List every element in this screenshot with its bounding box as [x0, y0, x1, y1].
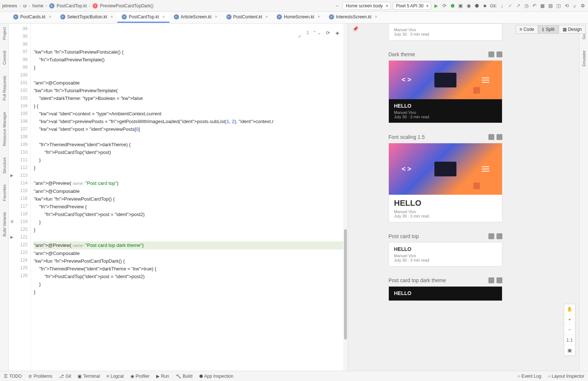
- zoom-ratio[interactable]: 1:1: [564, 335, 575, 345]
- zoom-in-icon[interactable]: +: [564, 314, 575, 325]
- tool-window-tab[interactable]: Pull Requests: [2, 76, 7, 101]
- deploy-preview-icon[interactable]: [488, 51, 494, 57]
- statusbar-tool[interactable]: ☰ TODO: [4, 374, 22, 379]
- interactive-preview-icon[interactable]: [496, 277, 502, 283]
- statusbar-tool[interactable]: ⊘ Problems: [28, 374, 52, 379]
- close-icon[interactable]: ×: [375, 14, 377, 19]
- statusbar-tool[interactable]: ○ Event Log: [517, 374, 541, 379]
- statusbar-tool[interactable]: ⬢ App Inspection: [199, 374, 233, 379]
- back-icon[interactable]: ←: [334, 3, 340, 9]
- bc-package[interactable]: home: [32, 3, 43, 8]
- settings-icon[interactable]: ⚙: [580, 3, 586, 9]
- editor-tab[interactable]: KSelectTopicButton.kt×: [56, 12, 118, 23]
- kotlin-file-icon: K: [226, 14, 232, 19]
- pan-icon[interactable]: ✋: [564, 304, 575, 314]
- editor-tab[interactable]: KHomeScreen.kt×: [272, 12, 325, 23]
- bc-file[interactable]: PostCardTop.kt: [57, 3, 87, 8]
- zoom-fit-icon[interactable]: ▣: [564, 345, 575, 356]
- tool-window-tab[interactable]: Favorites: [2, 184, 7, 201]
- card-author: Manuel Vivo: [394, 110, 497, 115]
- close-icon[interactable]: ×: [215, 14, 218, 19]
- split-view-button[interactable]: ⫿ Split: [538, 25, 558, 34]
- editor-tab[interactable]: KPostCards.kt×: [9, 12, 56, 23]
- gutter-run-icon[interactable]: ▶: [10, 172, 13, 179]
- editor-scrollbar[interactable]: [343, 24, 348, 371]
- preview-card[interactable]: Manuel VivoJuly 30 · 3 min read: [388, 24, 502, 40]
- editor-tab[interactable]: KPostContent.kt×: [222, 12, 273, 23]
- status-bar: ☰ TODO⊘ Problems⎇ Git▣ Terminal≡ Logcat◉…: [0, 371, 588, 381]
- statusbar-tool[interactable]: ≡ Logcat: [107, 374, 124, 379]
- coverage-icon[interactable]: ▣: [458, 3, 463, 9]
- layers-icon[interactable]: ◈: [334, 30, 340, 36]
- preview-card[interactable]: < >HELLOManuel VivoJuly 30 · 3 min read: [388, 60, 502, 123]
- tool-window-tab[interactable]: Project: [2, 27, 7, 40]
- refresh-icon[interactable]: ⟳: [325, 30, 331, 36]
- deploy-preview-icon[interactable]: [488, 134, 494, 140]
- editor-tab[interactable]: KPostCardTop.kt×: [117, 12, 169, 23]
- code-editor[interactable]: 9495969798991001011021031041051061071081…: [9, 24, 348, 371]
- pin-icon[interactable]: 📌: [352, 26, 358, 32]
- statusbar-tool[interactable]: ◉ Profiler: [130, 374, 150, 379]
- apply-changes-icon[interactable]: ⟳: [441, 3, 447, 9]
- close-icon[interactable]: ×: [318, 14, 320, 19]
- inspection-widget[interactable]: ✓ 1 ⌃ ⌄ ⟳ ◈: [288, 25, 340, 40]
- view-mode-switcher: ≡ Code ⫿ Split ▦ Design: [516, 25, 586, 34]
- interactive-preview-icon[interactable]: [496, 51, 502, 57]
- tab-label: ArticleScreen.kt: [181, 14, 212, 19]
- git-push-icon[interactable]: ↗: [515, 3, 521, 9]
- deploy-preview-icon[interactable]: [488, 233, 494, 239]
- interactive-preview-icon[interactable]: [496, 233, 502, 239]
- git-rollback-icon[interactable]: ↶: [531, 3, 537, 9]
- debug-icon[interactable]: ⬢: [449, 3, 455, 9]
- code-content[interactable]: ✓ 1 ⌃ ⌄ ⟳ ◈ "kw">fun "fn">TutorialPrevie…: [31, 24, 348, 371]
- run-icon[interactable]: ▶: [433, 3, 439, 9]
- sync-icon[interactable]: ⟲: [564, 3, 570, 9]
- gutter-run-icon[interactable]: ▶: [10, 233, 13, 241]
- git-update-icon[interactable]: ↓: [499, 3, 505, 9]
- close-icon[interactable]: ×: [110, 14, 113, 19]
- stop-icon[interactable]: ■: [482, 3, 488, 9]
- editor-tab[interactable]: KArticleScreen.kt×: [169, 12, 222, 23]
- run-config-dropdown[interactable]: Home screen body: [343, 2, 391, 10]
- statusbar-tool[interactable]: ▶ Run: [156, 374, 169, 379]
- avd-manager-icon[interactable]: ▦: [539, 3, 545, 9]
- tool-icon: ⎇: [59, 374, 64, 379]
- bc-module[interactable]: ui: [23, 3, 26, 8]
- attach-debugger-icon[interactable]: ⬣: [474, 3, 480, 9]
- statusbar-tool[interactable]: ○ Layout Inspector: [548, 374, 584, 379]
- tab-label: PostContent.kt: [233, 14, 262, 19]
- preview-card[interactable]: < >HELLOManuel VivoJuly 30 · 3 min read: [388, 143, 502, 222]
- tool-window-tab[interactable]: Emulator: [582, 50, 586, 67]
- deploy-preview-icon[interactable]: [488, 277, 494, 283]
- statusbar-tool[interactable]: ▣ Terminal: [78, 374, 100, 379]
- tool-window-tab[interactable]: Commit: [2, 51, 7, 65]
- git-history-icon[interactable]: ◷: [523, 3, 529, 9]
- card-meta: July 30 · 3 min read: [394, 115, 497, 119]
- preview-card[interactable]: HELLOManuel VivoJuly 30 · 3 min read: [388, 242, 502, 266]
- gutter-run-icon[interactable]: ⚙: [10, 218, 14, 226]
- code-brackets-icon: < >: [402, 76, 411, 84]
- close-icon[interactable]: ×: [49, 14, 51, 19]
- tool-window-tab[interactable]: Build Variants: [2, 212, 7, 237]
- close-icon[interactable]: ×: [162, 14, 165, 19]
- design-view-button[interactable]: ▦ Design: [559, 25, 586, 34]
- preview-card[interactable]: HELLO: [388, 286, 502, 301]
- profiler-icon[interactable]: ◉: [466, 3, 472, 9]
- statusbar-tool[interactable]: 🔨 Build: [176, 374, 193, 379]
- bc-project[interactable]: jetnews: [2, 3, 17, 8]
- interactive-preview-icon[interactable]: [496, 134, 502, 140]
- zoom-out-icon[interactable]: −: [564, 325, 575, 335]
- statusbar-tool[interactable]: ⎇ Git: [59, 374, 71, 379]
- tool-window-tab[interactable]: Resource Manager: [2, 112, 7, 146]
- editor-tab[interactable]: KInterestsScreen.kt×: [325, 12, 382, 23]
- tool-window-tab[interactable]: Structure: [2, 157, 7, 174]
- tool-icon: ⊘: [28, 374, 32, 379]
- device-dropdown[interactable]: Pixel 5 API 30: [393, 2, 431, 10]
- bc-function[interactable]: PreviewPostCardTopDark(): [100, 3, 153, 8]
- search-icon[interactable]: ⌕: [572, 3, 578, 9]
- resource-manager-icon[interactable]: ◫: [556, 3, 562, 9]
- sdk-manager-icon[interactable]: ▧: [548, 3, 553, 9]
- code-view-button[interactable]: ≡ Code: [516, 25, 538, 34]
- close-icon[interactable]: ×: [265, 14, 268, 19]
- git-commit-icon[interactable]: ✓: [507, 3, 513, 9]
